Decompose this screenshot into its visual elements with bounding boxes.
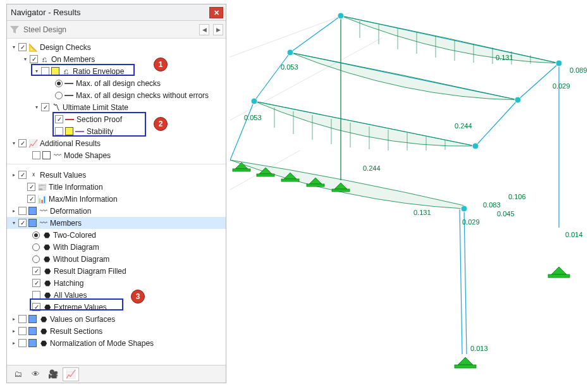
svg-line-5 (230, 101, 254, 160)
nav-next-button[interactable]: ▶ (213, 24, 223, 35)
checkbox[interactable] (32, 303, 40, 311)
tree-item-title-info[interactable]: Title Information (49, 183, 226, 192)
checkbox[interactable] (18, 139, 27, 147)
tree-item-hatching[interactable]: Hatching (54, 279, 226, 288)
radio[interactable] (32, 243, 40, 251)
expand-toggle[interactable] (9, 220, 18, 226)
tree-item-additional-results[interactable]: Additional Results (40, 139, 226, 148)
svg-point-37 (472, 143, 479, 149)
members-icon: ⎌ (40, 55, 49, 64)
expand-toggle[interactable] (9, 44, 18, 50)
tree-item-extreme-values[interactable]: Extreme Values (54, 303, 226, 312)
tree-item-norm-mode-shapes[interactable]: Normalization of Mode Shapes (50, 339, 226, 348)
checkbox[interactable] (18, 219, 27, 227)
checkbox[interactable] (32, 267, 40, 275)
expand-toggle[interactable] (9, 328, 18, 334)
color-swatch[interactable] (28, 339, 37, 347)
tree-item-with-diagram[interactable]: With Diagram (53, 243, 226, 252)
tree-item-result-values[interactable]: Result Values (40, 171, 226, 180)
tree-item-result-sections[interactable]: Result Sections (50, 327, 226, 336)
no-diagram-icon: ⬣ (42, 255, 51, 264)
expand-toggle[interactable] (9, 140, 18, 146)
checkbox[interactable] (55, 115, 63, 123)
tree-item-maxmin[interactable]: Max/Min Information (49, 195, 226, 204)
radio[interactable] (55, 80, 63, 87)
tree-item-without-diagram[interactable]: Without Diagram (53, 255, 226, 264)
close-button[interactable]: ✕ (209, 7, 223, 18)
expand-toggle[interactable] (9, 340, 18, 346)
color-swatch[interactable] (65, 127, 73, 135)
checkbox[interactable] (41, 103, 49, 111)
tab-results-icon[interactable]: 📈 (63, 367, 79, 381)
tree-item-members[interactable]: Members (50, 219, 226, 228)
diagram-icon: ⬣ (42, 243, 51, 252)
tree-item-uls[interactable]: Ultimate Limit State (63, 103, 226, 112)
svg-rect-42 (455, 365, 476, 368)
nav-prev-button[interactable]: ◀ (199, 24, 209, 35)
results-tree[interactable]: 📐 Design Checks ⎌ On Members ⎌ Ratio Env… (7, 39, 226, 365)
titlebar: Navigator - Results ✕ (7, 4, 226, 21)
checkbox[interactable] (18, 339, 27, 347)
expand-toggle[interactable] (21, 56, 30, 62)
window-title: Navigator - Results (11, 4, 81, 21)
expand-toggle[interactable] (32, 68, 41, 74)
norm-icon: ⬣ (39, 339, 48, 348)
filter-icon (9, 25, 20, 35)
checkbox[interactable] (18, 327, 27, 335)
tree-item-values-surfaces[interactable]: Values on Surfaces (50, 315, 226, 324)
members-icon: 〰 (39, 219, 48, 228)
checkbox[interactable] (27, 195, 35, 203)
tree-item-max-noerr[interactable]: Max. of all design checks without errors (76, 91, 226, 100)
tree-item-diag-filled[interactable]: Result Diagram Filled (54, 267, 226, 276)
ratio-label: 0.131 (413, 209, 431, 216)
tree-item-all-values[interactable]: All Values (54, 291, 226, 300)
checkbox[interactable] (32, 279, 40, 287)
tree-item-design-checks[interactable]: Design Checks (40, 43, 226, 52)
color-swatch[interactable] (42, 151, 51, 159)
color-swatch[interactable] (28, 315, 37, 323)
checkbox[interactable] (18, 207, 27, 215)
expand-toggle[interactable] (9, 208, 18, 214)
tree-item-ratio-envelope[interactable]: Ratio Envelope (73, 67, 226, 76)
radio[interactable] (55, 92, 63, 99)
radio[interactable] (32, 255, 40, 263)
color-swatch[interactable] (28, 219, 37, 227)
tree-item-deformation[interactable]: Deformation (50, 207, 226, 216)
tree-item-max-all[interactable]: Max. of all design checks (76, 79, 226, 88)
checkbox[interactable] (41, 67, 49, 75)
tree-item-stability[interactable]: Stability (87, 127, 226, 136)
ratio-label: 0.029 (462, 218, 480, 226)
tree-item-two-colored[interactable]: Two-Colored (53, 231, 226, 240)
model-viewport[interactable]: 0.053 0.131 0.089 0.029 0.053 0.244 0.24… (230, 0, 588, 387)
mode-icon: 〰 (52, 151, 62, 160)
checkbox[interactable] (18, 171, 27, 179)
color-swatch[interactable] (28, 207, 37, 215)
checkbox[interactable] (32, 151, 40, 159)
tree-item-section-proof[interactable]: Section Proof (77, 115, 226, 124)
checkbox[interactable] (30, 55, 38, 63)
svg-point-34 (251, 98, 257, 104)
two-color-icon: ⬣ (42, 231, 51, 240)
checkbox[interactable] (18, 315, 27, 323)
tab-show-icon[interactable]: 👁 (27, 367, 44, 381)
tree-item-on-members[interactable]: On Members (51, 55, 226, 64)
checkbox[interactable] (32, 291, 40, 299)
tab-views-icon[interactable]: 🎥 (45, 367, 61, 381)
color-swatch[interactable] (51, 67, 59, 75)
expand-toggle[interactable] (32, 104, 41, 110)
expand-toggle[interactable] (9, 172, 18, 178)
separator (7, 164, 226, 169)
svg-point-35 (556, 60, 562, 66)
tab-project-icon[interactable]: 🗂 (9, 367, 26, 381)
radio[interactable] (32, 231, 40, 239)
checkbox[interactable] (55, 127, 63, 135)
ratio-label: 0.131 (496, 54, 513, 61)
subheader-label[interactable]: Steel Design (23, 25, 195, 34)
color-swatch[interactable] (28, 327, 37, 335)
checkbox[interactable] (18, 43, 27, 51)
tree-item-mode-shapes[interactable]: Mode Shapes (64, 151, 226, 160)
checkbox[interactable] (27, 183, 35, 191)
hatch-icon: ⬣ (42, 279, 52, 288)
expand-toggle[interactable] (9, 316, 18, 322)
svg-rect-48 (281, 179, 299, 181)
